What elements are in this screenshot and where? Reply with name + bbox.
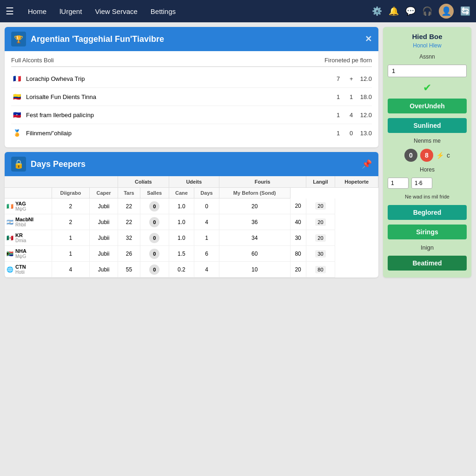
col-header: Langil (306, 176, 335, 188)
row-d2: 1 (194, 230, 219, 246)
row-flag: 🇿🇦 (7, 251, 13, 257)
match-scores: 1 4 12.0 (334, 112, 372, 119)
match-name: Lorachip Owheva Trip (26, 75, 331, 82)
score2: 0 (347, 130, 356, 137)
beglored-button[interactable]: Beglored (388, 205, 467, 220)
team-name: CTN (15, 264, 26, 270)
team-cell: 🇿🇦 NHA MψG (5, 246, 52, 262)
row-zero: 0 (140, 198, 169, 214)
card1-title: Argentian 'Taggehial Fun'Tiavibre (31, 34, 164, 44)
sidebar-counter: 0 8 ⚡ c (388, 149, 467, 162)
row-d3: 34 (219, 230, 290, 246)
match-flag: 🇫🇷 (11, 73, 22, 84)
row-n1: 1 (52, 246, 89, 262)
team-sub: Dmia (15, 238, 26, 243)
table-row: 🇮🇪 YAG MψG 2 Jubii 22 0 1.0 0 20 20 20 (5, 198, 378, 214)
nav-urgent[interactable]: lUrgent (59, 6, 83, 17)
nav-home[interactable]: Home (27, 6, 47, 17)
days-table: ColíatsUdeitsFourisLangilHopetorte Diigr… (5, 176, 378, 278)
hamburger-icon[interactable]: ☰ (6, 6, 14, 17)
login-label: Inign (388, 244, 467, 251)
row-d2: 4 (194, 214, 219, 230)
row-score: 20 (306, 198, 335, 214)
sidebar-hours (388, 178, 467, 189)
table-row: 🌐 CTN Hotii 4 Jubii 55 0 0.2 4 10 20 80 (5, 262, 378, 278)
beatimed-button[interactable]: Beatimed (388, 256, 467, 271)
row-score: 20 (306, 230, 335, 246)
row-zero: 0 (140, 262, 169, 278)
match-flag: 🇨🇴 (11, 91, 22, 102)
card1-table: Full Alconts Boli Fironeted pe florn 🇫🇷 … (5, 51, 378, 147)
row-zero: 0 (140, 246, 169, 262)
hores-input2[interactable] (411, 178, 432, 189)
team-name: YAG (15, 201, 26, 206)
row-zero: 0 (140, 214, 169, 230)
row-v: 22 (118, 198, 140, 214)
row-v: 22 (118, 214, 140, 230)
row-score: 80 (306, 262, 335, 278)
score3: 12.0 (360, 112, 372, 119)
counter-eight: 8 (420, 149, 433, 162)
nav-bettings[interactable]: Bettings (150, 6, 177, 17)
row-d2: 4 (194, 262, 219, 278)
sunlined-button[interactable]: Sunlined (388, 118, 467, 133)
col-header: Udeits (169, 176, 219, 188)
main-layout: 🏆 Argentian 'Taggehial Fun'Tiavibre ✕ Fu… (0, 22, 476, 282)
overunder-button[interactable]: OverUndeh (388, 99, 467, 113)
row-v: 55 (118, 262, 140, 278)
team-sub: MψG (15, 254, 26, 259)
card1-subtitle-left: Full Alconts Boli (11, 57, 54, 64)
chat-icon[interactable]: 💬 (405, 6, 416, 16)
team-cell: 🇦🇷 MacbNI Rhbil (5, 214, 52, 230)
team-sub: MψG (15, 206, 26, 212)
score2: + (347, 75, 356, 82)
row-d3: 20 (219, 198, 290, 214)
sub-header: Days (194, 188, 219, 198)
team-name: MacbNI (15, 217, 33, 222)
score2: 4 (347, 112, 356, 119)
card2-header: 🔒 Days Peepers 📌 (5, 152, 378, 176)
row-j: Jubii (90, 230, 118, 246)
row-d3: 10 (219, 262, 290, 278)
match-name: Filinmem/ʼohilaip (26, 130, 331, 137)
hores-label: Hores (388, 166, 467, 173)
match-row: 🇨🇴 Lorisalte Fun Dients Tinna 1 1 18.0 (11, 88, 372, 106)
hores-input1[interactable] (388, 178, 409, 189)
topnav: ☰ Home lUrgent View Servace Bettings ⚙️ … (0, 0, 476, 22)
row-j: Jubii (90, 262, 118, 278)
sub-header-row: DiigraboCaperTarsSallesCaneDaysMy Beforn… (5, 188, 378, 198)
sidebar-assnn-input[interactable] (388, 65, 467, 77)
col-header-team (5, 176, 118, 188)
gear-icon[interactable]: ⚙️ (372, 6, 382, 16)
nav-view-service[interactable]: View Servace (94, 6, 138, 17)
refresh-icon[interactable]: 🔄 (460, 6, 470, 16)
card1-header: 🏆 Argentian 'Taggehial Fun'Tiavibre ✕ (5, 27, 378, 51)
left-panel: 🏆 Argentian 'Taggehial Fun'Tiavibre ✕ Fu… (5, 27, 378, 278)
pin-icon[interactable]: 📌 (362, 159, 372, 169)
sirings-button[interactable]: Sirings (388, 225, 467, 239)
sidebar-title: Hied Boe (388, 33, 467, 40)
row-d4: 30 (290, 230, 306, 246)
match-name: Fest fram llerbed palicínp (26, 112, 331, 119)
row-d3: 60 (219, 246, 290, 262)
team-cell: 🇲🇽 KR Dmia (5, 230, 52, 246)
col-header: Colíats (118, 176, 169, 188)
card2-title: Days Peepers (31, 159, 86, 169)
row-d1: 1.0 (169, 214, 194, 230)
row-d1: 0.2 (169, 262, 194, 278)
match-flag: 🇭🇹 (11, 109, 22, 120)
row-n1: 1 (52, 230, 89, 246)
card-days-peepers: 🔒 Days Peepers 📌 ColíatsUdeitsFourisLang… (5, 152, 378, 278)
score3: 12.0 (360, 75, 372, 82)
avatar[interactable]: 👤 (439, 4, 454, 19)
headset-icon[interactable]: 🎧 (422, 6, 432, 16)
row-n1: 2 (52, 214, 89, 230)
bell-icon[interactable]: 🔔 (389, 6, 399, 16)
match-scores: 1 0 13.0 (334, 130, 372, 137)
match-rows: 🇫🇷 Lorachip Owheva Trip 7 + 12.0 🇨🇴 Lori… (11, 70, 372, 142)
team-cell: 🌐 CTN Hotii (5, 262, 52, 278)
row-j: Jubii (90, 198, 118, 214)
counter-lightning-icon: ⚡ (436, 152, 444, 159)
sidebar-assnn-label: Assnn (388, 53, 467, 60)
card1-close-icon[interactable]: ✕ (365, 34, 372, 44)
